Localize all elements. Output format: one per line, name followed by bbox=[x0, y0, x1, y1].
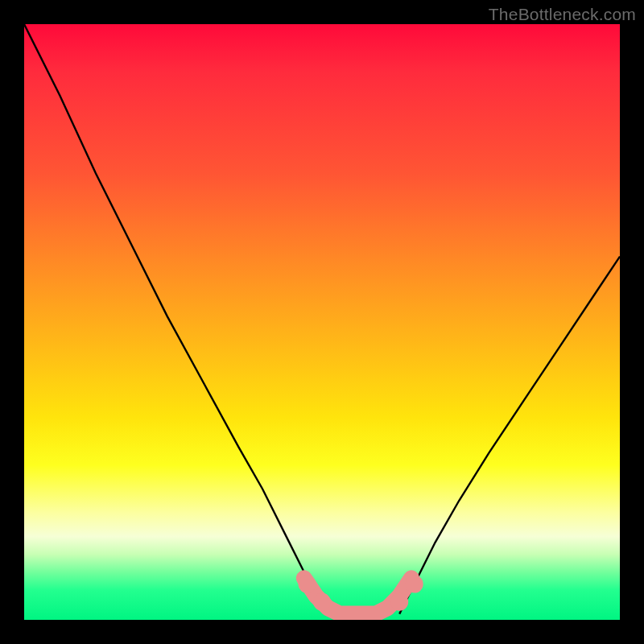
band-bead bbox=[299, 576, 316, 593]
watermark-text: TheBottleneck.com bbox=[489, 5, 636, 24]
right-curve bbox=[399, 257, 620, 614]
curve-layer bbox=[24, 24, 620, 620]
band-bead bbox=[390, 593, 408, 611]
band-bead bbox=[406, 576, 423, 593]
plot-area bbox=[24, 24, 620, 620]
chart-frame: TheBottleneck.com bbox=[0, 0, 644, 644]
left-curve bbox=[24, 24, 328, 614]
band-bead bbox=[313, 593, 331, 611]
